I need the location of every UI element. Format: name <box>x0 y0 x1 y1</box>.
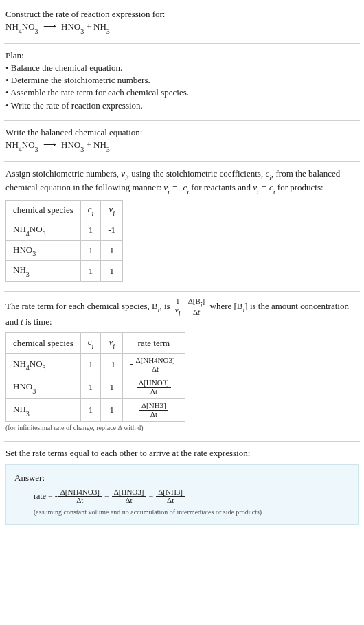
cell-species: NH4NO3 <box>6 354 81 376</box>
cell-nui: 1 <box>101 376 123 399</box>
neg-sign: - <box>130 359 133 369</box>
cell-ci: 1 <box>80 240 101 261</box>
table-row: HNO3 1 1 Δ[HNO3]Δt <box>6 376 185 399</box>
header-title: Construct the rate of reaction expressio… <box>5 8 359 21</box>
cell-ci: 1 <box>80 261 101 282</box>
equals-sign: = <box>148 491 155 501</box>
cell-nui: 1 <box>101 261 123 282</box>
table-row: NH3 1 1 Δ[NH3]Δt <box>6 399 185 422</box>
cell-species: HNO3 <box>6 376 81 399</box>
plan-item-text: Determine the stoichiometric numbers. <box>11 75 150 85</box>
equals-sign: = <box>104 491 111 501</box>
answer-box: Answer: rate = -Δ[NH4NO3]Δt = Δ[HNO3]Δt … <box>5 464 359 525</box>
cell-nui: -1 <box>101 354 123 376</box>
plan-item: • Write the rate of reaction expression. <box>5 100 359 112</box>
cell-ci: 1 <box>80 376 101 399</box>
answer-label: Answer: <box>14 472 350 484</box>
rateterm-text: The rate term for each chemical species,… <box>5 297 359 328</box>
col-species: chemical species <box>6 200 81 220</box>
stoich-table: chemical species ci νi NH4NO3 1 -1 HNO3 … <box>5 200 123 282</box>
text-fragment: , using the stoichiometric coefficients, <box>127 168 266 179</box>
divider <box>4 120 360 121</box>
divider <box>4 441 360 442</box>
rate-expression: rate = -Δ[NH4NO3]Δt = Δ[HNO3]Δt = Δ[NH3]… <box>34 488 350 505</box>
fraction: Δ[NH3]Δt <box>139 402 168 418</box>
cell-species: NH3 <box>6 399 81 422</box>
plan-item: • Determine the stoichiometric numbers. <box>5 74 359 87</box>
text-fragment: , is <box>159 301 172 311</box>
cell-rate: Δ[NH3]Δt <box>123 399 185 422</box>
table-header-row: chemical species ci νi rate term <box>6 333 185 354</box>
cell-species: HNO3 <box>6 240 81 261</box>
fraction: Δ[NH3]Δt <box>156 488 185 505</box>
header-equation: NH4NO3 ⟶ HNO3 + NH3 <box>5 21 359 35</box>
header-section: Construct the rate of reaction expressio… <box>4 5 360 41</box>
table-header-row: chemical species ci νi <box>6 200 123 220</box>
cell-ci: 1 <box>80 399 101 422</box>
cell-species: NH3 <box>6 261 81 282</box>
plan-item: • Balance the chemical equation. <box>5 62 359 74</box>
table-row: NH4NO3 1 -1 -Δ[NH4NO3]Δt <box>6 354 185 376</box>
balanced-section: Write the balanced chemical equation: NH… <box>4 124 360 159</box>
text-fragment: for products: <box>275 182 323 192</box>
table-row: HNO3 1 1 <box>6 240 123 261</box>
stoich-text: Assign stoichiometric numbers, νi, using… <box>5 168 359 196</box>
cell-species: NH4NO3 <box>6 220 81 241</box>
arrow-icon: ⟶ <box>43 139 56 151</box>
neg-sign: - <box>55 491 58 501</box>
table-row: NH4NO3 1 -1 <box>6 220 123 241</box>
balanced-equation: NH4NO3 ⟶ HNO3 + NH3 <box>5 139 359 153</box>
cell-nui: 1 <box>101 240 123 261</box>
plan-item: • Assemble the rate term for each chemic… <box>5 87 359 99</box>
text-fragment: where [B <box>210 301 243 311</box>
plan-title: Plan: <box>5 49 359 62</box>
plan-item-text: Assemble the rate term for each chemical… <box>10 87 189 98</box>
fraction: Δ[Bi]Δt <box>186 297 207 316</box>
fraction: Δ[HNO3]Δt <box>112 488 146 505</box>
col-nui: νi <box>101 333 123 354</box>
plan-section: Plan: • Balance the chemical equation. •… <box>4 47 360 117</box>
divider <box>4 291 360 292</box>
arrow-icon: ⟶ <box>43 21 56 33</box>
divider <box>4 161 360 162</box>
text-fragment: The rate term for each chemical species,… <box>5 301 158 311</box>
text-fragment: Assign stoichiometric numbers, <box>5 168 121 179</box>
col-nui: νi <box>101 200 123 220</box>
rateterm-section: The rate term for each chemical species,… <box>4 295 360 438</box>
col-species: chemical species <box>6 333 81 354</box>
divider <box>4 43 360 44</box>
final-section: Set the rate terms equal to each other t… <box>4 444 360 530</box>
cell-rate: Δ[HNO3]Δt <box>123 376 185 399</box>
fraction: Δ[NH4NO3]Δt <box>133 356 177 373</box>
cell-ci: 1 <box>80 354 101 376</box>
plan-item-text: Balance the chemical equation. <box>11 62 122 73</box>
fraction: Δ[HNO3]Δt <box>137 379 171 396</box>
rateterm-table: chemical species ci νi rate term NH4NO3 … <box>5 332 185 422</box>
col-rate: rate term <box>123 333 185 354</box>
fraction: Δ[NH4NO3]Δt <box>58 488 102 505</box>
rate-prefix: rate = <box>34 491 55 501</box>
col-ci: ci <box>80 200 101 220</box>
assumption-note: (assuming constant volume and no accumul… <box>34 508 350 517</box>
cell-nui: 1 <box>101 399 123 422</box>
cell-nui: -1 <box>101 220 123 241</box>
balanced-title: Write the balanced chemical equation: <box>5 126 359 139</box>
text-fragment: is time: <box>23 317 52 327</box>
plan-item-text: Write the rate of reaction expression. <box>11 100 143 111</box>
text-fragment: for reactants and <box>189 182 253 192</box>
final-intro: Set the rate terms equal to each other t… <box>5 447 359 459</box>
cell-ci: 1 <box>80 220 101 241</box>
stoich-section: Assign stoichiometric numbers, νi, using… <box>4 165 360 289</box>
col-ci: ci <box>80 333 101 354</box>
fraction: 1νi <box>173 297 183 316</box>
cell-rate: -Δ[NH4NO3]Δt <box>123 354 185 376</box>
table-row: NH3 1 1 <box>6 261 123 282</box>
rateterm-footnote: (for infinitesimal rate of change, repla… <box>5 423 359 433</box>
